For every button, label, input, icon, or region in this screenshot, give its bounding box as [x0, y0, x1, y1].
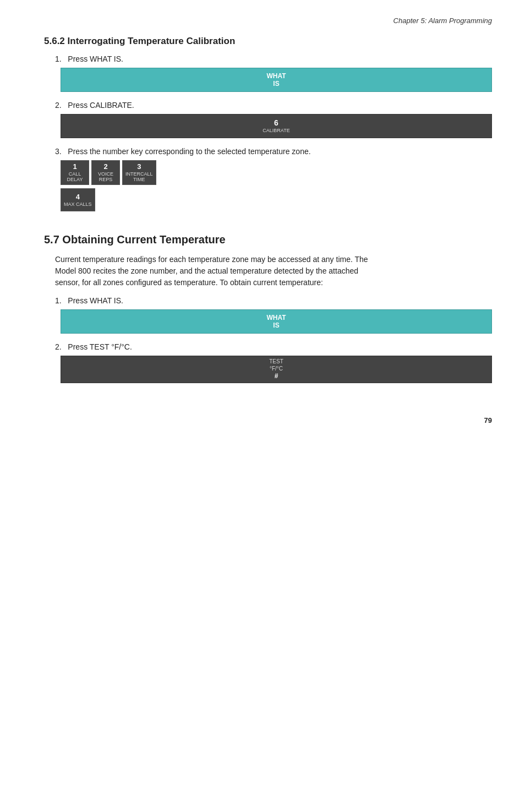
sec57-step-1: 1. Press WHAT IS. WHAT IS [55, 296, 492, 334]
step-1-number: 1. [55, 55, 62, 63]
calibrate-label: CALIBRATE [262, 128, 289, 134]
step-1-text: Press WHAT IS. [68, 55, 123, 63]
sec57-step-2: 2. Press TEST °F/°C. TEST °F/°C # [55, 342, 492, 383]
key-1-number: 1 [73, 162, 76, 171]
whatis-line1: WHAT [266, 72, 286, 80]
whatis-button-2[interactable]: WHAT IS [61, 309, 492, 334]
test-hash: # [275, 372, 278, 381]
whatis2-line1: WHAT [266, 314, 286, 321]
key-4-number: 4 [76, 193, 80, 201]
key-2-line1: VOICE [98, 171, 113, 177]
key-2-number: 2 [103, 162, 107, 171]
sec57-step-2-text: Press TEST °F/°C. [68, 342, 132, 351]
sec57-step-2-label: 2. Press TEST °F/°C. [55, 342, 492, 351]
key-1-call-delay[interactable]: 1 CALL DELAY [61, 160, 89, 185]
key-3-line2: TIME [133, 177, 145, 183]
calibrate-button[interactable]: 6 CALIBRATE [61, 114, 492, 138]
step-3-text: Press the number key corresponding to th… [68, 147, 310, 156]
test-fahrenheit-button[interactable]: TEST °F/°C # [61, 356, 492, 383]
step-1-label: 1. Press WHAT IS. [55, 55, 492, 63]
step-2-label: 2. Press CALIBRATE. [55, 101, 492, 110]
key-1-line1: CALL [69, 171, 81, 177]
key-3-line1: INTERCALL [125, 171, 153, 177]
section-57-title: 5.7 Obtaining Current Temperature [44, 233, 492, 246]
step-2-number: 2. [55, 101, 62, 110]
sec57-step-1-text: Press WHAT IS. [68, 296, 123, 305]
step-3: 3. Press the number key corresponding to… [55, 147, 492, 211]
sec57-step-1-label: 1. Press WHAT IS. [55, 296, 492, 305]
test-line1: TEST [269, 358, 283, 365]
page-number: 79 [44, 416, 492, 424]
section-562-title: 5.6.2 Interrogating Temperature Calibrat… [44, 36, 492, 47]
key-3-intercall-time[interactable]: 3 INTERCALL TIME [122, 160, 156, 185]
whatis-line2: IS [273, 80, 279, 88]
key-2-line2: REPS [99, 177, 113, 183]
test-line2: °F/°C [270, 365, 283, 372]
step-1: 1. Press WHAT IS. WHAT IS [55, 55, 492, 92]
key-4-max-calls[interactable]: 4 MAX CALLS [61, 188, 95, 211]
key-4-line1: MAX CALLS [64, 201, 92, 208]
key-2-voice-reps[interactable]: 2 VOICE REPS [91, 160, 120, 185]
whatis2-line2: IS [273, 321, 279, 329]
step-2: 2. Press CALIBRATE. 6 CALIBRATE [55, 101, 492, 138]
section-57-body: Current temperature readings for each te… [55, 254, 385, 288]
whatis-button-1[interactable]: WHAT IS [61, 68, 492, 92]
sec57-step-1-number: 1. [55, 296, 62, 305]
calibrate-number: 6 [274, 118, 278, 128]
key-1-line2: DELAY [67, 177, 83, 183]
step-3-label: 3. Press the number key corresponding to… [55, 147, 492, 156]
chapter-header: Chapter 5: Alarm Programming [44, 17, 492, 25]
step-2-text: Press CALIBRATE. [68, 101, 134, 110]
step-3-number: 3. [55, 147, 62, 156]
key-3-number: 3 [137, 162, 141, 171]
sec57-step-2-number: 2. [55, 342, 62, 351]
